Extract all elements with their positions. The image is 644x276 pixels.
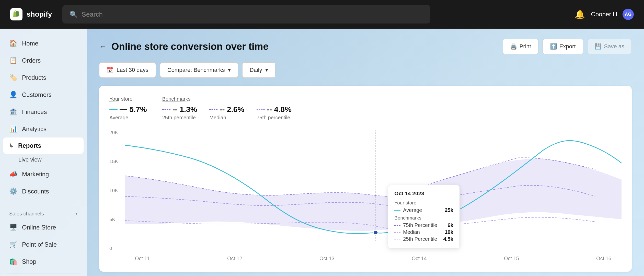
sidebar-item-label: Customers: [22, 91, 52, 98]
sidebar-item-label: Online Store: [22, 224, 56, 231]
sidebar-item-finances[interactable]: 🏦 Finances: [0, 103, 87, 120]
sidebar: 🏠 Home 📋 Orders 🏷️ Products 👤 Customers …: [0, 29, 87, 276]
sidebar-item-label: Analytics: [22, 125, 47, 133]
sidebar-item-label: Point of Sale: [22, 241, 57, 248]
solid-line: [109, 109, 118, 110]
tooltip-avg-row: Average 25k: [394, 207, 453, 213]
print-label: Print: [520, 43, 531, 50]
page-title: Online store conversion over time: [111, 41, 269, 52]
chart-card: Your store — 5.7% Average Benchmarks: [99, 86, 632, 272]
chart-area: Oct 14 2023 Your store Average 25k Bench…: [125, 130, 622, 252]
logo-text: shopify: [27, 10, 52, 18]
chart-svg-wrapper: Oct 14 2023 Your store Average 25k Bench…: [125, 130, 622, 261]
sidebar-item-orders[interactable]: 📋 Orders: [0, 52, 87, 69]
logo[interactable]: shopify: [10, 8, 52, 20]
interval-label: Daily: [250, 67, 262, 73]
search-placeholder: Search: [82, 10, 103, 18]
save-as-label: Save as: [604, 43, 625, 50]
chevron-down-icon: ▾: [228, 67, 231, 73]
compare-filter[interactable]: Compare: Benchmarks ▾: [160, 62, 238, 78]
sidebar-item-home[interactable]: 🏠 Home: [0, 35, 87, 52]
sidebar-item-label: Finances: [22, 108, 47, 116]
tooltip: Oct 14 2023 Your store Average 25k Bench…: [388, 185, 459, 248]
y-label-15k: 15K: [109, 159, 122, 164]
tooltip-date: Oct 14 2023: [394, 190, 453, 197]
export-button[interactable]: ⬆️ Export: [543, 39, 583, 54]
chart-legend: Your store — 5.7% Average Benchmarks: [109, 96, 622, 121]
sidebar-item-point-of-sale[interactable]: 🛒 Point of Sale: [0, 236, 87, 253]
calendar-icon: 📅: [107, 67, 113, 73]
y-label-0: 0: [109, 246, 122, 251]
tooltip-p25-label: 25th Percentile: [394, 236, 437, 242]
user-avatar: AG: [623, 9, 634, 20]
x-label-oct15: Oct 15: [504, 256, 519, 261]
sidebar-item-analytics[interactable]: 📊 Analytics: [0, 120, 87, 137]
sidebar-item-products[interactable]: 🏷️ Products: [0, 69, 87, 86]
x-label-oct16: Oct 16: [596, 256, 611, 261]
search-icon: 🔍: [70, 10, 78, 18]
export-label: Export: [559, 43, 576, 50]
sales-channels-section[interactable]: Sales channels ›: [0, 206, 87, 219]
median-label: Median: [209, 115, 244, 121]
interval-filter[interactable]: Daily ▾: [242, 62, 275, 78]
sidebar-item-label: Marketing: [22, 171, 49, 178]
sidebar-item-shop[interactable]: 🛍️ Shop: [0, 253, 87, 270]
print-button[interactable]: 🖨️ Print: [503, 39, 538, 54]
dashed-line-3: [257, 109, 265, 110]
sidebar-item-marketing[interactable]: 📣 Marketing: [0, 166, 87, 183]
p25-legend-item: -- 1.3% 25th percentile: [162, 105, 197, 121]
median-value: -- 2.6%: [209, 105, 244, 114]
liveview-label: Live view: [18, 156, 41, 163]
sidebar-item-customers[interactable]: 👤 Customers: [0, 86, 87, 103]
save-as-button[interactable]: 💾 Save as: [587, 39, 632, 54]
tooltip-dot: [374, 231, 378, 235]
sidebar-item-discounts[interactable]: ⚙️ Discounts: [0, 183, 87, 200]
export-icon: ⬆️: [550, 43, 557, 50]
sidebar-sub-liveview[interactable]: Live view: [0, 154, 87, 166]
user-name: Cooper H.: [591, 11, 619, 18]
orders-icon: 📋: [9, 56, 17, 64]
analytics-icon: 📊: [9, 125, 17, 133]
your-store-legend: Your store — 5.7% Average: [109, 96, 147, 121]
p75-label: 75th percentile: [257, 115, 292, 121]
sidebar-divider-2: [6, 273, 80, 273]
sidebar-item-label: Products: [22, 74, 46, 81]
sidebar-item-label: Home: [22, 40, 38, 47]
median-legend-item: -- 2.6% Median: [209, 105, 244, 121]
search-bar[interactable]: 🔍 Search: [62, 5, 430, 24]
tooltip-p75-row: 75th Percentile 6k: [394, 222, 453, 228]
back-button[interactable]: ←: [99, 42, 106, 51]
header-actions: 🖨️ Print ⬆️ Export 💾 Save as: [503, 39, 632, 54]
sidebar-item-label: Reports: [18, 142, 41, 149]
p75-legend-item: -- 4.8% 75th percentile: [257, 105, 292, 121]
date-range-filter[interactable]: 📅 Last 30 days: [99, 62, 156, 78]
tooltip-p25-row: 25th Percentile 4.5k: [394, 236, 453, 242]
tooltip-median-row: Median 10k: [394, 229, 453, 235]
home-icon: 🏠: [9, 39, 17, 47]
user-menu-button[interactable]: Cooper H. AG: [591, 9, 634, 20]
y-axis: 0 5K 10K 15K 20K: [109, 130, 125, 261]
sidebar-item-reports[interactable]: ↳ Reports: [3, 137, 84, 154]
band-area: [125, 159, 622, 231]
page-header: ← Online store conversion over time 🖨️ P…: [99, 39, 632, 54]
p25-label: 25th percentile: [162, 115, 197, 121]
compare-label: Compare: Benchmarks: [167, 67, 225, 73]
discounts-icon: ⚙️: [9, 187, 17, 195]
topbar-right: 🔔 Cooper H. AG: [575, 9, 634, 20]
sidebar-item-online-store[interactable]: 🖥️ Online Store: [0, 219, 87, 236]
layout: 🏠 Home 📋 Orders 🏷️ Products 👤 Customers …: [0, 29, 644, 276]
marketing-icon: 📣: [9, 170, 17, 178]
shop-icon: 🛍️: [9, 258, 17, 266]
your-store-label: Your store: [109, 96, 147, 102]
tooltip-p25-line: [394, 239, 400, 239]
y-label-20k: 20K: [109, 130, 122, 135]
x-label-oct12: Oct 12: [227, 256, 242, 261]
sidebar-item-label: Shop: [22, 258, 36, 265]
x-label-oct11: Oct 11: [135, 256, 150, 261]
tooltip-median-value: 10k: [445, 229, 453, 235]
chevron-down-icon-2: ▾: [265, 67, 268, 73]
x-label-oct14: Oct 14: [412, 256, 427, 261]
sales-channels-chevron: ›: [76, 211, 77, 217]
benchmarks-legend: Benchmarks -- 1.3% 25th percentile: [162, 96, 292, 121]
notifications-button[interactable]: 🔔: [575, 9, 585, 19]
